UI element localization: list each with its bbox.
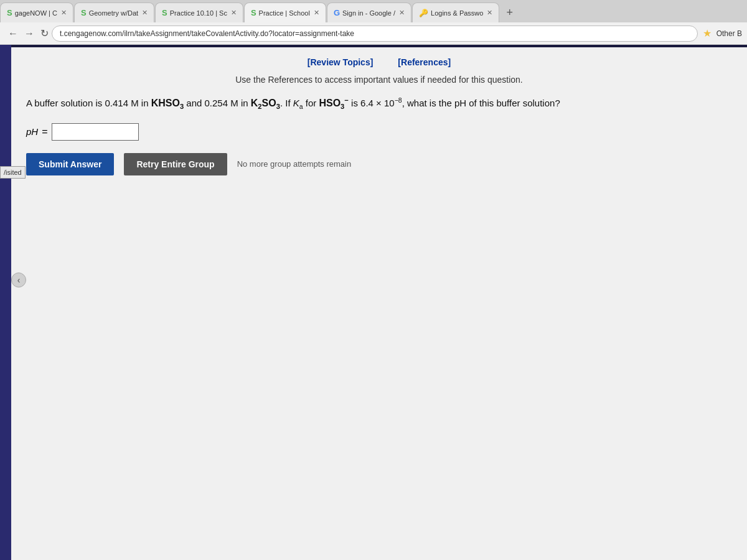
tab-close-practice2[interactable]: ✕ <box>314 9 319 17</box>
visited-tab: /isited <box>0 166 26 179</box>
tab-label-geometry: Geometry w/Dat <box>89 9 138 17</box>
ka-label: K <box>293 98 299 108</box>
content-area: [Review Topics] [References] Use the Ref… <box>11 47 747 560</box>
refresh-button[interactable]: ↻ <box>37 26 52 40</box>
question-instruction: Use the References to access important v… <box>26 75 732 85</box>
button-row: Submit Answer Retry Entire Group No more… <box>26 153 732 175</box>
address-bar-row: ← → ↻ ★ Other B <box>0 22 747 45</box>
compound1-label: KHSO3 <box>151 98 184 108</box>
submit-answer-button[interactable]: Submit Answer <box>26 153 114 175</box>
tab-icon-geometry: S <box>81 8 87 17</box>
main-content: [Review Topics] [References] Use the Ref… <box>11 45 747 560</box>
tab-label-practice1: Practice 10.10 | Sc <box>170 9 227 17</box>
question-text: A buffer solution is 0.414 M in KHSO3 an… <box>26 95 732 113</box>
tab-label-logins: Logins & Passwo <box>431 9 483 17</box>
tab-close-logins[interactable]: ✕ <box>487 9 492 17</box>
tab-logins[interactable]: 🔑 Logins & Passwo ✕ <box>412 2 499 22</box>
ph-label: pH <box>26 126 38 137</box>
tab-practice2[interactable]: S Practice | School ✕ <box>244 2 326 22</box>
back-button[interactable]: ← <box>5 27 21 40</box>
ph-equals: = <box>42 126 47 138</box>
toolbar-links: [Review Topics] [References] <box>26 57 732 67</box>
tab-icon-signin: G <box>334 8 340 17</box>
ph-input[interactable] <box>52 123 139 141</box>
tab-label-gagenow: gageNOW | C <box>15 9 57 17</box>
tab-geometry[interactable]: S Geometry w/Dat ✕ <box>74 2 154 22</box>
review-topics-link[interactable]: [Review Topics] <box>308 57 374 67</box>
new-tab-button[interactable]: + <box>500 2 519 22</box>
left-nav-arrow[interactable]: ‹ <box>11 273 26 287</box>
ph-row: pH = <box>26 123 732 141</box>
tab-icon-logins: 🔑 <box>419 9 428 17</box>
tab-icon-practice1: S <box>162 8 167 17</box>
compound2-label: K2SO3 <box>251 98 280 108</box>
tab-label-practice2: Practice | School <box>259 9 310 17</box>
other-bookmarks-label: Other B <box>716 29 742 38</box>
tab-label-signin: Sign in - Google / <box>342 9 395 17</box>
page-content: /isited ‹ [Review Topics] [References] U… <box>0 45 747 560</box>
forward-button[interactable]: → <box>21 27 37 40</box>
tab-close-gagenow[interactable]: ✕ <box>61 9 67 17</box>
references-link[interactable]: [References] <box>398 57 451 67</box>
tab-close-geometry[interactable]: ✕ <box>142 9 148 17</box>
left-sidebar: /isited <box>0 45 11 560</box>
tab-signin[interactable]: G Sign in - Google / ✕ <box>327 2 411 22</box>
tab-gagenow[interactable]: S gageNOW | C ✕ <box>0 2 73 22</box>
bookmark-star-icon[interactable]: ★ <box>703 27 712 39</box>
tab-practice1[interactable]: S Practice 10.10 | Sc ✕ <box>155 2 243 22</box>
tab-close-signin[interactable]: ✕ <box>399 9 405 17</box>
hso3-label: HSO3− <box>319 98 348 108</box>
no-attempts-label: No more group attempts remain <box>237 159 352 169</box>
retry-entire-group-button[interactable]: Retry Entire Group <box>124 153 227 175</box>
tab-bar: S gageNOW | C ✕ S Geometry w/Dat ✕ S Pra… <box>0 0 747 22</box>
tab-icon-gagenow: S <box>7 8 12 17</box>
tab-close-practice1[interactable]: ✕ <box>231 9 237 17</box>
address-input[interactable] <box>52 26 698 42</box>
tab-icon-practice2: S <box>251 8 256 17</box>
